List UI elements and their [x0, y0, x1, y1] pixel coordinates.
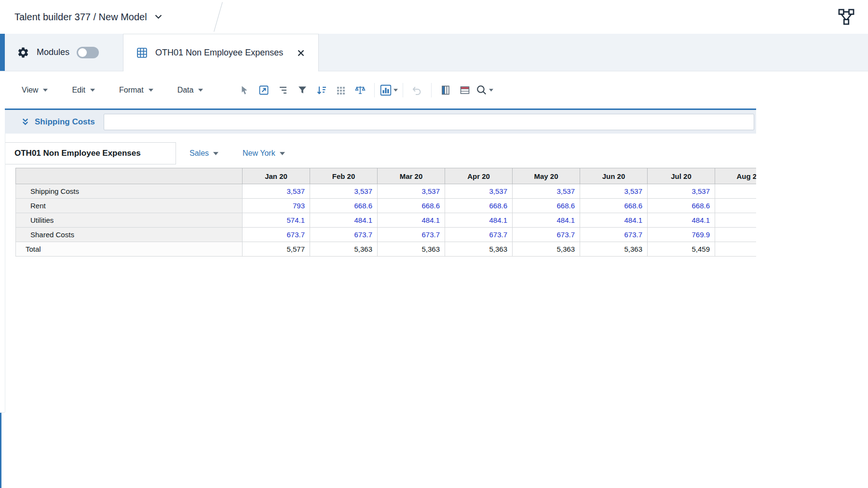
grid-cell[interactable]: 5,577 — [243, 242, 310, 257]
grid-cell[interactable]: 5,363 — [310, 242, 378, 257]
chart-button[interactable] — [379, 82, 398, 98]
page-selector-location[interactable]: New York — [243, 149, 285, 158]
grid-cell[interactable]: 673.7 — [513, 228, 580, 242]
chevron-down-icon — [489, 89, 493, 92]
tab-module-oth01[interactable]: OTH01 Non Employee Expenses — [123, 34, 319, 71]
model-map-button[interactable] — [835, 6, 857, 28]
grid-cell[interactable]: 484.1 — [310, 213, 378, 228]
page-selector-sales[interactable]: Sales — [190, 149, 218, 158]
grid-cell[interactable]: 5,363 — [513, 242, 580, 257]
balance-icon — [354, 84, 366, 96]
grid-cell[interactable]: 673.7 — [310, 228, 378, 242]
tab-strip: Modules OTH01 Non Employee Expenses — [0, 34, 868, 71]
formula-bar-label: Shipping Costs — [35, 117, 95, 127]
grid-column-header[interactable]: Mar 20 — [378, 168, 445, 184]
grid-row-label[interactable]: Shipping Costs — [16, 184, 243, 199]
grid-column-header[interactable]: Feb 20 — [310, 168, 378, 184]
grid-column-header[interactable]: Jun 20 — [580, 168, 648, 184]
model-breadcrumb[interactable]: Talent builder 377 / New Model — [14, 12, 162, 23]
bottom-left-accent — [0, 413, 1, 488]
grid-cell[interactable]: 793 — [243, 199, 310, 213]
select-cursor-button[interactable] — [235, 82, 254, 98]
grid-cell[interactable]: 3,537 — [648, 184, 715, 199]
grid-column-header[interactable]: Jan 20 — [243, 168, 310, 184]
close-icon[interactable] — [296, 48, 306, 58]
sort-icon — [316, 84, 327, 96]
tab-label: OTH01 Non Employee Expenses — [155, 48, 283, 58]
freeze-panes-button[interactable] — [436, 82, 455, 98]
chevron-down-icon — [198, 89, 203, 92]
grid-cell[interactable]: 668.6 — [310, 199, 378, 213]
grid-cell[interactable]: 673.7 — [580, 228, 648, 242]
grid-cell[interactable]: 5,363 — [445, 242, 513, 257]
grid-row-label[interactable]: Total — [16, 242, 243, 257]
menu-data[interactable]: Data — [177, 86, 203, 95]
grid-cell[interactable]: 3,537 — [310, 184, 378, 199]
left-panel-accent — [0, 34, 5, 71]
grid-cell[interactable]: 3,537 — [513, 184, 580, 199]
grid-cell[interactable]: 3,537 — [580, 184, 648, 199]
grid-column-header[interactable]: Jul 20 — [648, 168, 715, 184]
grid-cell[interactable]: 484.1 — [580, 213, 648, 228]
gear-icon — [17, 46, 29, 59]
grid-cell[interactable]: 673.7 — [445, 228, 513, 242]
expand-formula-icon[interactable] — [21, 118, 29, 126]
grid-cell[interactable]: 5,363 — [580, 242, 648, 257]
grid-row: Shipping Costs3,5373,5373,5373,5373,5373… — [16, 184, 757, 199]
toolbar: View Edit Format Data — [0, 71, 868, 108]
menu-edit[interactable]: Edit — [72, 86, 95, 95]
grid-cell[interactable]: 668.6 — [445, 199, 513, 213]
grid-cell[interactable]: 484.1 — [513, 213, 580, 228]
grid-cell[interactable]: 574.1 — [243, 213, 310, 228]
freeze-panes-icon — [440, 84, 451, 96]
grid-cell[interactable]: 3,537 — [243, 184, 310, 199]
balance-button[interactable] — [351, 82, 370, 98]
formula-input[interactable] — [104, 114, 754, 130]
grid-viewport: Jan 20Feb 20Mar 20Apr 20May 20Jun 20Jul … — [15, 168, 756, 257]
chevron-down-icon — [149, 89, 153, 92]
grid-cell[interactable] — [715, 199, 757, 213]
grid-cell[interactable] — [715, 184, 757, 199]
grid-cell[interactable]: 673.7 — [378, 228, 445, 242]
grid-cell[interactable]: 5,459 — [648, 242, 715, 257]
grid-column-header[interactable]: May 20 — [513, 168, 580, 184]
grid-row-label[interactable]: Rent — [16, 199, 243, 213]
sort-button[interactable] — [312, 82, 331, 98]
grid-cell[interactable]: 668.6 — [648, 199, 715, 213]
toolbar-separator — [403, 83, 403, 97]
left-panel-border — [5, 134, 5, 412]
grid-cell[interactable] — [715, 213, 757, 228]
grid-row-label[interactable]: Utilities — [16, 213, 243, 228]
menu-view[interactable]: View — [22, 86, 48, 95]
grid-column-header[interactable]: Apr 20 — [445, 168, 513, 184]
cells-button[interactable] — [331, 82, 351, 98]
worksheet-button[interactable] — [455, 82, 475, 98]
grid-cell[interactable]: 668.6 — [580, 199, 648, 213]
search-button[interactable] — [475, 82, 494, 98]
filter-button[interactable] — [293, 82, 312, 98]
grid-cell[interactable]: 673.7 — [243, 228, 310, 242]
module-header: OTH01 Non Employee Expenses Sales New Yo… — [5, 142, 868, 164]
modules-toggle[interactable] — [77, 47, 99, 58]
grid-cell[interactable]: 484.1 — [648, 213, 715, 228]
grid-cell[interactable]: 668.6 — [378, 199, 445, 213]
grid-row-label[interactable]: Shared Costs — [16, 228, 243, 242]
grid-column-header[interactable]: Aug 20 — [715, 168, 757, 184]
undo-button[interactable] — [407, 82, 427, 98]
grid-cell[interactable] — [715, 228, 757, 242]
grid-cell[interactable]: 5,363 — [378, 242, 445, 257]
chevron-down-icon — [393, 89, 398, 92]
grid-corner-cell[interactable] — [16, 168, 243, 184]
grid-cell[interactable]: 668.6 — [513, 199, 580, 213]
drill-down-button[interactable] — [254, 82, 273, 98]
chevron-down-icon — [90, 89, 95, 92]
grid-cell[interactable]: 484.1 — [445, 213, 513, 228]
outline-button[interactable] — [273, 82, 293, 98]
grid-cell[interactable]: 484.1 — [378, 213, 445, 228]
grid-cell[interactable]: 3,537 — [378, 184, 445, 199]
menu-format[interactable]: Format — [119, 86, 153, 95]
grid-cell[interactable]: 3,537 — [445, 184, 513, 199]
page-selector-label: New York — [243, 149, 275, 158]
grid-cell[interactable] — [715, 242, 757, 257]
grid-cell[interactable]: 769.9 — [648, 228, 715, 242]
